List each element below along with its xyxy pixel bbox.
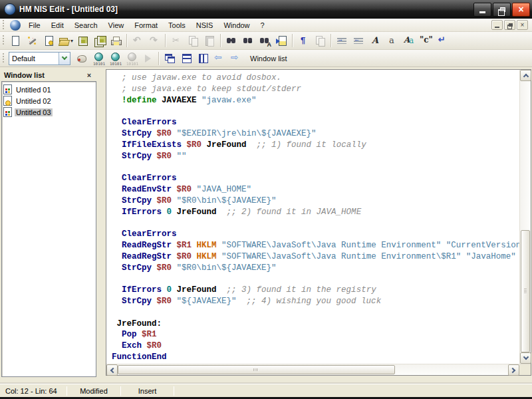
menu-item-tools[interactable]: Tools <box>163 20 191 31</box>
compiletest-button <box>123 51 140 66</box>
fwd-icon <box>231 53 242 64</box>
cascade-button[interactable] <box>162 51 178 66</box>
indent-button[interactable] <box>334 33 350 49</box>
code-editor[interactable]: ; use javaw.exe to avoid dosbox. ; use j… <box>106 70 519 364</box>
main-toolbar: ▾ <box>0 32 532 50</box>
code-line: Exch $R0 <box>112 340 519 352</box>
replace-button[interactable] <box>257 33 273 49</box>
toolbar-grip[interactable] <box>2 20 5 31</box>
preview-button[interactable] <box>273 33 290 49</box>
toolbar-grip[interactable] <box>2 35 5 46</box>
chevron-down-icon <box>523 354 528 360</box>
window-list-item-untitled-02[interactable]: Untitled 02 <box>3 95 94 106</box>
mdi-close-button[interactable]: × <box>517 20 528 30</box>
mdi-minimize-button[interactable] <box>491 20 503 30</box>
compilerun-button[interactable] <box>106 51 123 66</box>
lcase-button[interactable] <box>384 33 400 49</box>
mdi-close-icon: × <box>521 21 525 29</box>
menu-item-window[interactable]: Window <box>218 20 255 31</box>
vertical-scroll-thumb[interactable] <box>521 230 530 352</box>
outdent-button[interactable] <box>350 33 367 49</box>
compiler-select-value: Default <box>9 55 59 63</box>
horizontal-scroll-track[interactable] <box>118 364 508 375</box>
close-button[interactable]: × <box>512 3 530 17</box>
copyfmt-button <box>312 33 329 49</box>
scroll-down-button[interactable] <box>520 352 531 364</box>
title-bar: HM NIS Edit - [Untitled 03] × <box>0 0 532 19</box>
chevron-right-icon <box>510 367 515 372</box>
window-list-item-untitled-03[interactable]: Untitled 03 <box>3 106 94 118</box>
quote-button[interactable] <box>417 33 434 49</box>
scroll-up-button[interactable] <box>520 70 531 81</box>
open-icon <box>59 35 70 47</box>
findnext-button[interactable] <box>240 33 257 49</box>
restore-button[interactable] <box>493 3 511 17</box>
code-line <box>112 106 519 117</box>
paste-icon <box>204 35 215 47</box>
tileh-button[interactable] <box>178 51 195 66</box>
fwd-button[interactable] <box>228 51 245 66</box>
toolbar-separator <box>165 34 166 47</box>
template-button[interactable] <box>41 33 57 49</box>
save-button[interactable] <box>74 33 91 49</box>
new-button[interactable] <box>7 33 24 49</box>
toolbar-separator <box>158 52 160 65</box>
pilcrow-button[interactable] <box>295 33 312 49</box>
handcompile-button[interactable] <box>73 51 90 66</box>
compile-button[interactable] <box>90 51 106 66</box>
window-list-item-untitled-01[interactable]: Untitled 01 <box>3 84 94 95</box>
scroll-left-button[interactable] <box>106 364 118 376</box>
saveall-button[interactable] <box>91 33 108 49</box>
horizontal-scroll-thumb[interactable] <box>118 365 395 374</box>
tilev-button[interactable] <box>195 51 211 66</box>
case-button[interactable] <box>400 33 417 49</box>
back-icon <box>214 53 225 64</box>
code-line: StrCpy $R0 "${JAVAEXE}" ;; 4) wishing yo… <box>112 296 519 307</box>
new-icon <box>10 35 21 47</box>
menu-item-search[interactable]: Search <box>69 20 103 31</box>
minimize-button[interactable] <box>473 3 491 17</box>
menu-item-view[interactable]: View <box>103 20 130 31</box>
editor-area: ; use javaw.exe to avoid dosbox. ; use j… <box>98 69 532 384</box>
menu-item-file[interactable]: File <box>23 20 46 31</box>
mdi-restore-button[interactable] <box>504 20 515 30</box>
copy-button <box>185 33 201 49</box>
template-icon <box>43 35 55 47</box>
vertical-scroll-track[interactable] <box>520 81 531 352</box>
scroll-right-button[interactable] <box>508 364 519 376</box>
panel-close-button[interactable]: × <box>84 71 94 79</box>
mdi-minimize-icon <box>495 27 499 28</box>
compiler-select[interactable]: Default <box>9 52 70 65</box>
print-button[interactable] <box>108 33 124 49</box>
menu-item-edit[interactable]: Edit <box>46 20 69 31</box>
find-button[interactable] <box>223 33 240 49</box>
chevron-down-icon: ▾ <box>70 38 73 44</box>
windowlist-button[interactable]: Window list <box>245 51 293 66</box>
menu-item-help[interactable]: ? <box>255 20 270 31</box>
run-button <box>140 51 156 66</box>
compiler-select-dropdown-button[interactable] <box>59 53 70 65</box>
menu-item-format[interactable]: Format <box>129 20 163 31</box>
app-icon <box>4 3 16 15</box>
wrap-button[interactable] <box>434 33 450 49</box>
outdent-icon <box>353 35 364 47</box>
window-list-item-label: Untitled 03 <box>15 108 53 116</box>
compilerun-icon <box>109 53 120 64</box>
toolbar-grip[interactable] <box>2 53 5 64</box>
redo-button <box>146 33 163 49</box>
code-line: ClearErrors <box>112 229 519 240</box>
window-listbox: Untitled 01Untitled 02Untitled 03 <box>1 81 96 377</box>
code-line <box>112 307 519 319</box>
menu-item-nsis[interactable]: NSIS <box>191 20 219 31</box>
quote-icon <box>420 35 431 47</box>
tilev-icon <box>198 53 209 64</box>
document-icon <box>3 84 12 94</box>
vertical-scrollbar[interactable] <box>519 70 531 364</box>
open-button[interactable]: ▾ <box>57 33 74 49</box>
ucase-button[interactable] <box>367 33 384 49</box>
ucase-icon <box>370 35 381 47</box>
wizard-button[interactable] <box>24 33 41 49</box>
code-line: ClearErrors <box>112 117 519 128</box>
back-button[interactable] <box>211 51 228 66</box>
horizontal-scrollbar[interactable] <box>106 364 519 375</box>
